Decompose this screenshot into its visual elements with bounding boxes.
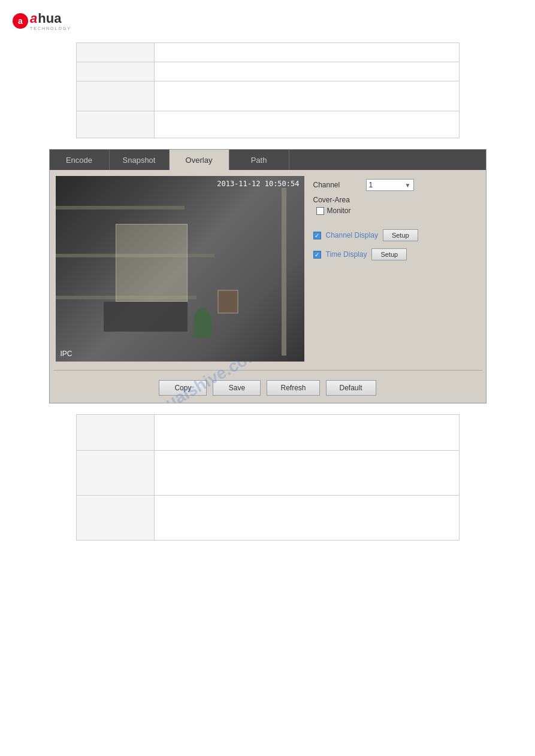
panel-divider: [53, 370, 482, 371]
bottom-buttons: Copy Save Refresh Default: [50, 373, 486, 403]
camera-label: IPC: [61, 350, 72, 358]
channel-select: 1 ▼: [366, 179, 414, 191]
table-row: [76, 43, 459, 62]
cover-area-section: Cover-Area: [313, 196, 477, 204]
table-cell-value: [154, 81, 459, 111]
channel-display-checkbox[interactable]: ✓: [313, 232, 321, 239]
channel-value: 1: [369, 181, 373, 189]
table-cell-value: [154, 451, 459, 496]
table-cell-label: [76, 451, 154, 496]
copy-button[interactable]: Copy: [159, 380, 207, 396]
table-cell-value: [154, 62, 459, 81]
svg-text:a: a: [18, 16, 23, 26]
time-display-row: ✓ Time Display Setup: [313, 248, 477, 260]
table-cell-label: [76, 111, 154, 138]
logo-area: a a hua TECHNOLOGY: [0, 0, 535, 37]
channel-select-box[interactable]: 1 ▼: [366, 179, 414, 191]
channel-display-setup-button[interactable]: Setup: [383, 229, 418, 241]
cover-area-label: Cover-Area: [313, 196, 350, 204]
table-cell-value: [154, 496, 459, 541]
tab-snapshot[interactable]: Snapshot: [110, 150, 170, 170]
tab-bar: Encode Snapshot Overlay Path: [50, 150, 486, 170]
table-row: [76, 62, 459, 81]
channel-display-row: ✓ Channel Display Setup: [313, 229, 477, 241]
dropdown-arrow-icon: ▼: [405, 182, 411, 189]
table-cell-label: [76, 415, 154, 451]
table-row: [76, 415, 459, 451]
table-cell-value: [154, 111, 459, 138]
camera-preview: 2013-11-12 10:50:54 IPC: [56, 176, 304, 362]
table-cell-label: [76, 496, 154, 541]
table-cell-label: [76, 81, 154, 111]
top-table: [76, 42, 460, 138]
default-button[interactable]: Default: [326, 380, 376, 396]
bottom-table-1: [76, 414, 460, 541]
tab-overlay[interactable]: Overlay: [170, 150, 229, 170]
channel-label: Channel: [313, 181, 361, 189]
table-row: [76, 111, 459, 138]
table-row: [76, 451, 459, 496]
tab-encode[interactable]: Encode: [50, 150, 110, 170]
channel-row: Channel 1 ▼: [313, 179, 477, 191]
dahua-logo-icon: a: [12, 13, 29, 29]
logo-container: a a hua TECHNOLOGY: [12, 11, 523, 31]
table-cell-label: [76, 62, 154, 81]
monitor-row: Monitor: [316, 207, 477, 215]
time-display-setup-button[interactable]: Setup: [371, 248, 407, 260]
table-cell-value: [154, 415, 459, 451]
logo-sub: TECHNOLOGY: [30, 26, 71, 31]
logo-text: hua: [38, 11, 61, 26]
refresh-button[interactable]: Refresh: [267, 380, 319, 396]
camera-timestamp: 2013-11-12 10:50:54: [217, 180, 299, 188]
tab-path[interactable]: Path: [229, 150, 289, 170]
save-button[interactable]: Save: [213, 380, 261, 396]
logo-a: a: [30, 11, 37, 26]
monitor-label: Monitor: [327, 207, 351, 215]
channel-display-label: Channel Display: [326, 231, 378, 239]
main-panel: manualshive.com Encode Snapshot Overlay …: [49, 149, 486, 403]
table-cell-value: [154, 43, 459, 62]
time-display-label: Time Display: [326, 250, 367, 259]
controls-panel: Channel 1 ▼ Cover-Area Monitor: [310, 176, 480, 362]
table-row: [76, 496, 459, 541]
monitor-checkbox[interactable]: [316, 207, 324, 215]
table-cell-label: [76, 43, 154, 62]
table-row: [76, 81, 459, 111]
panel-content: 2013-11-12 10:50:54 IPC Channel 1 ▼ Cove…: [50, 170, 486, 368]
time-display-checkbox[interactable]: ✓: [313, 251, 321, 259]
